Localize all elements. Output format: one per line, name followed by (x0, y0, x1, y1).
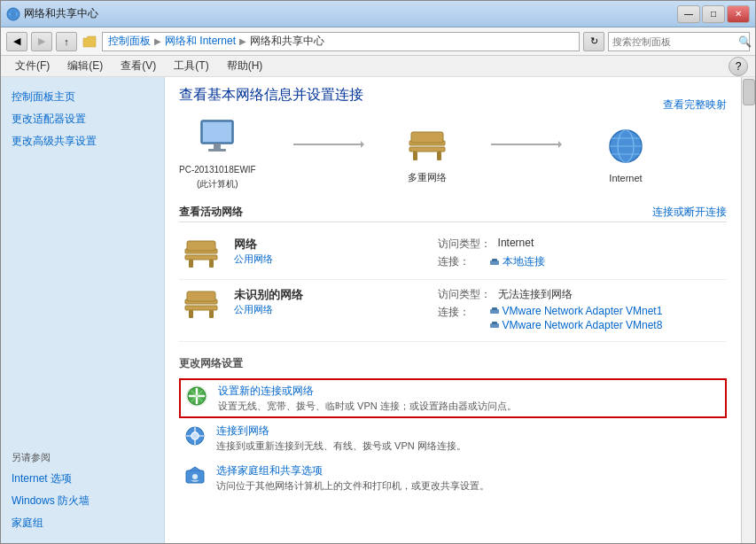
search-box: 🔍 (608, 32, 750, 51)
sidebar-link-sharing[interactable]: 更改高级共享设置 (1, 130, 164, 152)
svg-rect-26 (492, 259, 497, 261)
minimize-button[interactable]: — (677, 5, 700, 23)
connect-disconnect-link[interactable]: 连接或断开连接 (652, 205, 727, 220)
conn-link-1[interactable]: 本地连接 (503, 254, 545, 269)
content-area: 查看基本网络信息并设置连接 (165, 77, 741, 543)
svg-rect-5 (208, 149, 226, 152)
network-info-2: 未识别的网络 公用网络 (234, 287, 427, 316)
scrollbar[interactable] (741, 77, 755, 543)
path-sep-2: ▶ (239, 36, 246, 46)
settings-section: 更改网络设置 设置新的连接或网络 设置无线、宽带、拨号、临时或 VPN 连接 (179, 356, 727, 498)
network-type-2[interactable]: 公用网络 (234, 303, 427, 316)
svg-rect-35 (492, 322, 497, 324)
svg-rect-33 (492, 307, 497, 310)
settings-item-3[interactable]: 选择家庭组和共享选项 访问位于其他网络计算机上的文件和打印机，或更改共享设置。 (179, 458, 727, 498)
network-details-2: 访问类型： 无法连接到网络 连接： (438, 287, 727, 334)
network-info-1: 网络 公用网络 (234, 237, 427, 266)
settings-item-2[interactable]: 连接到网络 连接到或重新连接到无线、有线、拨号或 VPN 网络连接。 (179, 418, 727, 458)
internet-label: Internet (609, 173, 642, 183)
network-row-1: 网络 公用网络 访问类型： Internet 连接： (179, 229, 727, 280)
conn-label-1: 连接： (438, 254, 482, 269)
sidebar-also-section: 另请参阅 Internet 选项 Windows 防火墙 家庭组 (1, 433, 164, 534)
network-details-1: 访问类型： Internet 连接： 本地连接 (438, 237, 727, 272)
view-full-map-link[interactable]: 查看完整映射 (663, 97, 727, 113)
close-button[interactable]: ✕ (727, 5, 750, 23)
settings-link-1[interactable]: 设置新的连接或网络 (218, 384, 721, 399)
maximize-button[interactable]: □ (702, 5, 725, 23)
menu-edit[interactable]: 编辑(E) (60, 57, 110, 75)
access-label-1: 访问类型： (438, 237, 491, 252)
network-icon (401, 123, 454, 167)
back-button[interactable]: ◀ (6, 32, 27, 51)
network-icon-1 (179, 237, 223, 272)
svg-rect-11 (437, 152, 441, 160)
settings-icon-1 (184, 384, 209, 408)
path-level1[interactable]: 网络和 Internet (165, 34, 236, 49)
menu-bar: 文件(F) 编辑(E) 查看(V) 工具(T) 帮助(H) ? (1, 56, 755, 77)
forward-button[interactable]: ▶ (31, 32, 52, 51)
network-diagram: PC-20131018EWIF (此计算机) (179, 117, 727, 190)
path-root[interactable]: 控制面板 (108, 34, 151, 49)
title-bar-buttons: — □ ✕ (677, 5, 750, 23)
access-row-2: 访问类型： 无法连接到网络 (438, 287, 727, 302)
sidebar-link-home[interactable]: 控制面板主页 (1, 86, 164, 108)
svg-rect-40 (192, 433, 198, 439)
settings-title: 更改网络设置 (179, 356, 727, 371)
sidebar-link-homegroup[interactable]: 家庭组 (12, 512, 153, 534)
network-name-2: 未识别的网络 (234, 287, 427, 303)
svg-rect-12 (411, 132, 443, 143)
active-networks-title: 查看活动网络 (179, 205, 243, 220)
settings-link-3[interactable]: 选择家庭组和共享选项 (216, 463, 723, 478)
menu-help[interactable]: 帮助(H) (220, 57, 270, 75)
window-icon (6, 7, 20, 21)
sidebar-link-internet[interactable]: Internet 选项 (12, 468, 153, 490)
main-window: 网络和共享中心 — □ ✕ ◀ ▶ ↑ 控制面板 ▶ 网络和 Internet … (0, 0, 756, 544)
svg-marker-7 (361, 141, 364, 148)
address-bar: ◀ ▶ ↑ 控制面板 ▶ 网络和 Internet ▶ 网络和共享中心 ↻ 🔍 (1, 27, 755, 56)
scrollbar-thumb[interactable] (743, 79, 755, 105)
sidebar-link-adapter[interactable]: 更改适配器设置 (1, 108, 164, 130)
network-type-1[interactable]: 公用网络 (234, 253, 427, 266)
menu-tools[interactable]: 工具(T) (167, 57, 215, 75)
sidebar-link-firewall[interactable]: Windows 防火墙 (12, 490, 153, 512)
svg-rect-29 (189, 310, 193, 318)
internet-node: Internet (599, 125, 652, 183)
conn-value-1: 本地连接 (489, 254, 545, 269)
settings-link-2[interactable]: 连接到网络 (216, 424, 723, 439)
help-button[interactable]: ? (729, 57, 748, 76)
conn-link-2a[interactable]: VMware Network Adapter VMnet1 (503, 305, 663, 317)
svg-rect-21 (185, 255, 217, 260)
svg-rect-10 (413, 152, 417, 160)
up-button[interactable]: ↑ (56, 32, 77, 51)
search-icon[interactable]: 🔍 (738, 35, 752, 48)
conn-link-2b[interactable]: VMware Network Adapter VMnet8 (503, 319, 663, 331)
search-input[interactable] (612, 36, 735, 47)
network-name-1: 网络 (234, 237, 427, 253)
settings-item-1[interactable]: 设置新的连接或网络 设置无线、宽带、拨号、临时或 VPN 连接；或设置路由器或访… (179, 378, 727, 418)
svg-rect-3 (203, 122, 231, 142)
svg-point-1 (11, 12, 16, 17)
svg-marker-14 (558, 141, 562, 148)
sidebar-also-title: 另请参阅 (12, 451, 153, 464)
svg-rect-9 (409, 147, 445, 152)
address-path: 控制面板 ▶ 网络和 Internet ▶ 网络和共享中心 (102, 32, 580, 51)
network-row-2: 未识别的网络 公用网络 访问类型： 无法连接到网络 连接： (179, 280, 727, 342)
folder-icon (81, 33, 98, 51)
svg-point-42 (192, 474, 198, 479)
sidebar: 控制面板主页 更改适配器设置 更改高级共享设置 另请参阅 Internet 选项… (1, 77, 165, 543)
access-row-1: 访问类型： Internet (438, 237, 727, 252)
conn-row-2: 连接： VMware Network Adapter VMnet1 (438, 305, 727, 331)
network-label: 多重网络 (408, 171, 447, 184)
active-networks-header: 查看活动网络 连接或断开连接 (179, 205, 727, 222)
menu-file[interactable]: 文件(F) (8, 57, 57, 75)
title-bar-text: 网络和共享中心 (24, 6, 677, 21)
svg-rect-23 (209, 260, 214, 268)
svg-rect-30 (209, 310, 214, 318)
computer-label-line2: (此计算机) (197, 178, 238, 190)
refresh-button[interactable]: ↻ (583, 32, 604, 51)
path-sep-1: ▶ (154, 36, 161, 46)
network-list: 网络 公用网络 访问类型： Internet 连接： (179, 229, 727, 342)
conn-value-2b: VMware Network Adapter VMnet8 (489, 319, 663, 331)
menu-view[interactable]: 查看(V) (113, 57, 163, 75)
settings-desc-1: 设置无线、宽带、拨号、临时或 VPN 连接；或设置路由器或访问点。 (218, 400, 721, 413)
